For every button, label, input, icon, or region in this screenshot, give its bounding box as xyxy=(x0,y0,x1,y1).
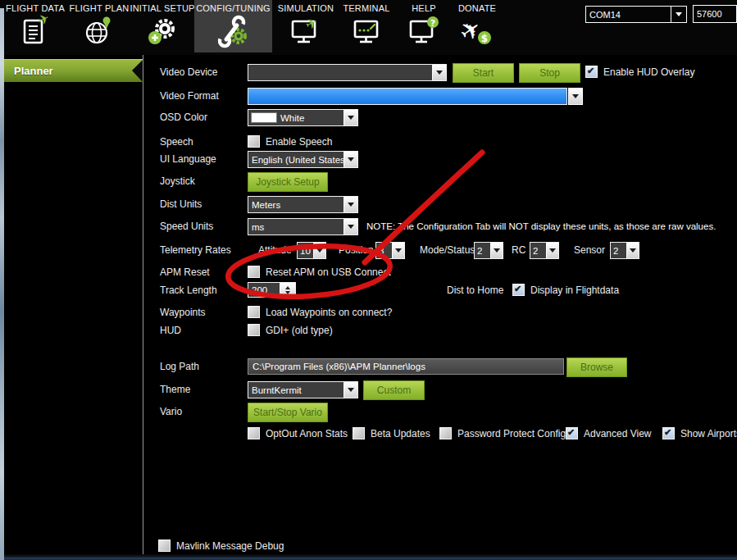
dropdown-arrow-icon[interactable] xyxy=(343,219,357,234)
gdi-old-type-checkbox[interactable]: GDI+ (old type) xyxy=(248,324,333,336)
ui-language-label: UI Language xyxy=(160,153,216,165)
osd-color-select[interactable]: White xyxy=(248,109,358,126)
rc-rate-select[interactable]: 2 xyxy=(530,242,559,259)
log-path-field[interactable]: C:\Program Files (x86)\APM Planner\logs xyxy=(248,358,564,375)
help-icon: ? xyxy=(406,14,442,48)
flight-plan-icon xyxy=(81,14,117,48)
joystick-label: Joystick xyxy=(160,175,195,187)
video-format-dropdown-arrow[interactable] xyxy=(568,88,583,105)
beta-updates-checkbox[interactable]: Beta Updates xyxy=(353,427,430,439)
theme-label: Theme xyxy=(160,384,190,395)
osd-color-label: OSD Color xyxy=(160,112,207,123)
video-device-select[interactable] xyxy=(248,64,447,81)
sidebar-item-planner[interactable]: Planner xyxy=(4,59,143,82)
tab-help[interactable]: HELP ? xyxy=(399,0,448,52)
dropdown-arrow-icon[interactable] xyxy=(432,65,446,80)
config-tuning-icon xyxy=(216,14,252,48)
position-rate-select[interactable]: 3 xyxy=(375,242,405,259)
waypoints-label: Waypoints xyxy=(160,307,206,318)
position-label: Position xyxy=(339,244,374,256)
browse-button[interactable]: Browse xyxy=(566,357,627,377)
mode-status-label: Mode/Status xyxy=(420,244,475,256)
initial-setup-icon xyxy=(144,14,180,48)
stop-button[interactable]: Stop xyxy=(519,63,580,83)
baud-rate-input[interactable]: 57600 xyxy=(693,5,737,23)
dropdown-arrow-icon[interactable] xyxy=(343,152,357,167)
speed-units-label: Speed Units xyxy=(160,221,213,232)
dropdown-arrow-icon[interactable] xyxy=(626,243,639,258)
start-button[interactable]: Start xyxy=(453,63,514,83)
tab-donate[interactable]: DONATE ✈ $ xyxy=(449,0,505,52)
attitude-rate-select[interactable]: 10 xyxy=(297,242,326,259)
reset-apm-usb-checkbox[interactable]: Reset APM on USB Connect xyxy=(248,266,391,278)
dropdown-arrow-icon[interactable] xyxy=(392,243,404,258)
joystick-setup-button[interactable]: Joystick Setup xyxy=(248,172,328,192)
svg-text:$: $ xyxy=(481,33,488,44)
log-path-label: Log Path xyxy=(160,361,199,372)
apm-reset-label: APM Reset xyxy=(160,266,210,278)
dist-units-label: Dist Units xyxy=(160,198,202,210)
dropdown-arrow-icon[interactable] xyxy=(313,243,325,258)
custom-theme-button[interactable]: Custom xyxy=(363,380,425,400)
dropdown-arrow-icon[interactable] xyxy=(343,197,357,212)
com-port-dropdown-arrow[interactable] xyxy=(671,7,686,22)
desktop-edge-left xyxy=(0,8,4,560)
theme-select[interactable]: BurntKermit xyxy=(248,381,358,398)
hud-label: HUD xyxy=(160,325,181,336)
units-note: NOTE: The Configuration Tab will NOT dis… xyxy=(366,221,716,231)
dropdown-arrow-icon[interactable] xyxy=(546,243,558,258)
tab-initial-setup[interactable]: INITIAL SETUP xyxy=(131,0,193,52)
sidebar: Planner xyxy=(4,55,143,554)
speed-units-select[interactable]: ms xyxy=(248,218,358,235)
dist-to-home-label: Dist to Home xyxy=(447,285,503,296)
vario-label: Vario xyxy=(160,406,182,417)
svg-text:?: ? xyxy=(430,18,435,29)
rc-label: RC xyxy=(512,244,525,256)
dropdown-arrow-icon[interactable] xyxy=(490,243,503,258)
dist-units-select[interactable]: Meters xyxy=(248,196,358,213)
sensor-rate-select[interactable]: 2 xyxy=(610,242,639,259)
donate-icon: ✈ $ xyxy=(459,14,495,48)
terminal-icon xyxy=(348,14,384,48)
sensor-label: Sensor xyxy=(574,244,605,256)
color-swatch xyxy=(251,112,277,123)
planner-settings-panel: Video Device Start Stop Enable HUD Overl… xyxy=(144,55,737,554)
enable-hud-overlay-checkbox[interactable]: Enable HUD Overlay xyxy=(585,66,694,78)
main-toolbar: FLIGHT DATA ✈ FLIGHT PLAN INITI xyxy=(0,0,737,55)
ui-language-select[interactable]: English (United States) xyxy=(248,151,358,168)
tab-config-tuning[interactable]: CONFIG/TUNING xyxy=(194,0,272,52)
display-in-flightdata-checkbox[interactable]: Display in Flightdata xyxy=(512,284,619,296)
speech-label: Speech xyxy=(160,136,193,148)
video-format-label: Video Format xyxy=(160,90,219,102)
com-port-value: COM14 xyxy=(586,10,671,20)
apm-planner-window: FLIGHT DATA ✈ FLIGHT PLAN INITI xyxy=(0,0,737,560)
optout-anon-stats-checkbox[interactable]: OptOut Anon Stats xyxy=(248,427,348,439)
dropdown-arrow-icon[interactable] xyxy=(343,110,357,125)
mavlink-message-debug-checkbox[interactable]: Mavlink Message Debug xyxy=(158,540,284,552)
attitude-label: Attitude xyxy=(258,244,292,256)
com-port-select[interactable]: COM14 xyxy=(585,6,687,23)
load-waypoints-checkbox[interactable]: Load Waypoints on connect? xyxy=(248,306,392,318)
tab-flight-plan[interactable]: FLIGHT PLAN xyxy=(69,0,130,52)
track-length-label: Track Length xyxy=(160,285,217,296)
window-bottom-edge xyxy=(0,554,737,560)
enable-speech-checkbox[interactable]: Enable Speech xyxy=(248,135,332,148)
tab-terminal[interactable]: TERMINAL xyxy=(339,0,394,52)
dropdown-arrow-icon[interactable] xyxy=(343,382,357,398)
simulation-icon: ✈ xyxy=(288,14,324,48)
track-length-stepper[interactable]: 200 xyxy=(248,282,296,298)
mode-status-rate-select[interactable]: 2 xyxy=(474,242,503,259)
password-protect-config-checkbox[interactable]: Password Protect Config xyxy=(439,427,566,439)
video-device-label: Video Device xyxy=(160,66,218,78)
svg-text:✈: ✈ xyxy=(303,14,320,34)
start-stop-vario-button[interactable]: Start/Stop Vario xyxy=(248,403,328,422)
stepper-arrows-icon[interactable] xyxy=(280,283,295,297)
svg-text:✈: ✈ xyxy=(35,14,52,29)
telemetry-rates-label: Telemetry Rates xyxy=(160,244,231,256)
advanced-view-checkbox[interactable]: Advanced View xyxy=(566,427,652,439)
tab-simulation[interactable]: SIMULATION ✈ xyxy=(276,0,335,52)
selected-item-arrow xyxy=(132,60,143,82)
video-format-select[interactable] xyxy=(248,88,567,105)
show-airports-checkbox[interactable]: Show Airports xyxy=(662,427,737,439)
tab-flight-data[interactable]: FLIGHT DATA ✈ xyxy=(3,0,67,52)
